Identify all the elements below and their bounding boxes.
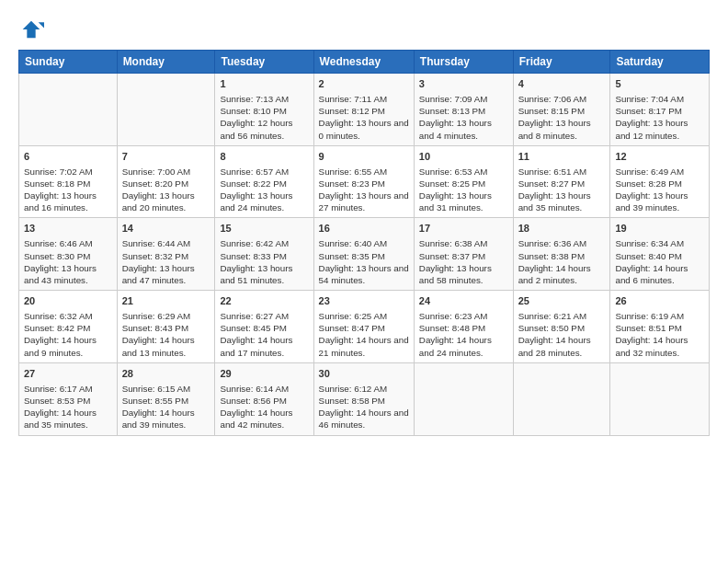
day-info: Sunrise: 6:14 AM Sunset: 8:56 PM Dayligh… xyxy=(220,383,308,431)
calendar-cell: 4Sunrise: 7:06 AM Sunset: 8:15 PM Daylig… xyxy=(513,74,610,146)
day-number: 8 xyxy=(220,150,308,164)
calendar-cell: 13Sunrise: 6:46 AM Sunset: 8:30 PM Dayli… xyxy=(19,218,118,291)
calendar-cell: 9Sunrise: 6:55 AM Sunset: 8:23 PM Daylig… xyxy=(313,145,414,218)
day-number: 16 xyxy=(319,222,409,236)
calendar-cell: 5Sunrise: 7:04 AM Sunset: 8:17 PM Daylig… xyxy=(610,74,710,146)
calendar-week-3: 13Sunrise: 6:46 AM Sunset: 8:30 PM Dayli… xyxy=(19,218,710,291)
calendar-cell xyxy=(513,362,610,435)
day-number: 17 xyxy=(419,222,508,236)
day-info: Sunrise: 6:46 AM Sunset: 8:30 PM Dayligh… xyxy=(24,237,112,286)
day-info: Sunrise: 6:51 AM Sunset: 8:27 PM Dayligh… xyxy=(518,166,606,214)
day-number: 18 xyxy=(518,222,606,236)
day-number: 7 xyxy=(122,150,210,164)
day-info: Sunrise: 6:42 AM Sunset: 8:33 PM Dayligh… xyxy=(220,237,308,286)
day-info: Sunrise: 6:53 AM Sunset: 8:25 PM Dayligh… xyxy=(419,166,508,214)
calendar-cell: 14Sunrise: 6:44 AM Sunset: 8:32 PM Dayli… xyxy=(117,218,215,291)
day-number: 30 xyxy=(319,367,409,381)
calendar-cell: 2Sunrise: 7:11 AM Sunset: 8:12 PM Daylig… xyxy=(313,74,414,146)
day-info: Sunrise: 6:12 AM Sunset: 8:58 PM Dayligh… xyxy=(319,383,409,431)
calendar-header-row: SundayMondayTuesdayWednesdayThursdayFrid… xyxy=(19,51,710,74)
day-number: 23 xyxy=(319,294,409,308)
calendar-cell: 18Sunrise: 6:36 AM Sunset: 8:38 PM Dayli… xyxy=(513,218,610,291)
day-number: 24 xyxy=(419,294,508,308)
day-header-tuesday: Tuesday xyxy=(215,51,313,74)
day-info: Sunrise: 6:44 AM Sunset: 8:32 PM Dayligh… xyxy=(122,237,210,286)
calendar-cell: 3Sunrise: 7:09 AM Sunset: 8:13 PM Daylig… xyxy=(414,74,513,146)
day-info: Sunrise: 7:13 AM Sunset: 8:10 PM Dayligh… xyxy=(220,93,308,142)
calendar-cell: 7Sunrise: 7:00 AM Sunset: 8:20 PM Daylig… xyxy=(117,145,215,218)
day-number: 13 xyxy=(24,222,112,236)
day-info: Sunrise: 6:49 AM Sunset: 8:28 PM Dayligh… xyxy=(615,166,704,214)
day-info: Sunrise: 7:04 AM Sunset: 8:17 PM Dayligh… xyxy=(615,93,704,142)
day-header-friday: Friday xyxy=(513,51,610,74)
calendar-week-1: 1Sunrise: 7:13 AM Sunset: 8:10 PM Daylig… xyxy=(19,74,710,146)
calendar-cell: 10Sunrise: 6:53 AM Sunset: 8:25 PM Dayli… xyxy=(414,145,513,218)
day-number: 4 xyxy=(518,77,606,91)
day-number: 22 xyxy=(220,294,308,308)
day-number: 19 xyxy=(615,222,704,236)
day-number: 25 xyxy=(518,294,606,308)
day-info: Sunrise: 6:32 AM Sunset: 8:42 PM Dayligh… xyxy=(24,310,112,359)
day-number: 10 xyxy=(419,150,508,164)
calendar-week-5: 27Sunrise: 6:17 AM Sunset: 8:53 PM Dayli… xyxy=(19,362,710,435)
calendar-week-4: 20Sunrise: 6:32 AM Sunset: 8:42 PM Dayli… xyxy=(19,291,710,363)
calendar-cell: 24Sunrise: 6:23 AM Sunset: 8:48 PM Dayli… xyxy=(414,291,513,363)
day-info: Sunrise: 6:25 AM Sunset: 8:47 PM Dayligh… xyxy=(319,310,409,359)
day-info: Sunrise: 7:06 AM Sunset: 8:15 PM Dayligh… xyxy=(518,93,606,142)
day-number: 1 xyxy=(220,77,308,91)
day-number: 21 xyxy=(122,294,210,308)
day-info: Sunrise: 6:27 AM Sunset: 8:45 PM Dayligh… xyxy=(220,310,308,359)
calendar-cell: 15Sunrise: 6:42 AM Sunset: 8:33 PM Dayli… xyxy=(215,218,313,291)
day-info: Sunrise: 6:34 AM Sunset: 8:40 PM Dayligh… xyxy=(615,237,704,286)
calendar-week-2: 6Sunrise: 7:02 AM Sunset: 8:18 PM Daylig… xyxy=(19,145,710,218)
day-number: 2 xyxy=(319,77,409,91)
day-number: 5 xyxy=(615,77,704,91)
calendar-cell: 11Sunrise: 6:51 AM Sunset: 8:27 PM Dayli… xyxy=(513,145,610,218)
logo xyxy=(18,17,48,42)
calendar-cell: 23Sunrise: 6:25 AM Sunset: 8:47 PM Dayli… xyxy=(313,291,414,363)
day-number: 26 xyxy=(615,294,704,308)
day-header-thursday: Thursday xyxy=(414,51,513,74)
day-header-monday: Monday xyxy=(117,51,215,74)
day-number: 11 xyxy=(518,150,606,164)
day-info: Sunrise: 6:55 AM Sunset: 8:23 PM Dayligh… xyxy=(319,166,409,214)
day-info: Sunrise: 6:19 AM Sunset: 8:51 PM Dayligh… xyxy=(615,310,704,359)
day-number: 15 xyxy=(220,222,308,236)
day-info: Sunrise: 6:15 AM Sunset: 8:55 PM Dayligh… xyxy=(122,383,210,431)
day-header-sunday: Sunday xyxy=(19,51,118,74)
day-info: Sunrise: 7:02 AM Sunset: 8:18 PM Dayligh… xyxy=(24,166,112,214)
calendar-cell: 26Sunrise: 6:19 AM Sunset: 8:51 PM Dayli… xyxy=(610,291,710,363)
calendar: SundayMondayTuesdayWednesdayThursdayFrid… xyxy=(18,50,710,436)
logo-icon xyxy=(18,17,44,42)
calendar-cell xyxy=(414,362,513,435)
header xyxy=(18,17,710,42)
day-info: Sunrise: 6:57 AM Sunset: 8:22 PM Dayligh… xyxy=(220,166,308,214)
day-number: 14 xyxy=(122,222,210,236)
day-number: 12 xyxy=(615,150,704,164)
calendar-cell: 6Sunrise: 7:02 AM Sunset: 8:18 PM Daylig… xyxy=(19,145,118,218)
calendar-cell: 20Sunrise: 6:32 AM Sunset: 8:42 PM Dayli… xyxy=(19,291,118,363)
calendar-cell: 12Sunrise: 6:49 AM Sunset: 8:28 PM Dayli… xyxy=(610,145,710,218)
day-info: Sunrise: 6:17 AM Sunset: 8:53 PM Dayligh… xyxy=(24,383,112,431)
day-info: Sunrise: 6:21 AM Sunset: 8:50 PM Dayligh… xyxy=(518,310,606,359)
day-number: 29 xyxy=(220,367,308,381)
calendar-cell xyxy=(117,74,215,146)
day-header-wednesday: Wednesday xyxy=(313,51,414,74)
day-number: 20 xyxy=(24,294,112,308)
calendar-cell: 30Sunrise: 6:12 AM Sunset: 8:58 PM Dayli… xyxy=(313,362,414,435)
day-number: 27 xyxy=(24,367,112,381)
day-info: Sunrise: 7:11 AM Sunset: 8:12 PM Dayligh… xyxy=(319,93,409,142)
day-info: Sunrise: 6:40 AM Sunset: 8:35 PM Dayligh… xyxy=(319,237,409,286)
calendar-cell: 21Sunrise: 6:29 AM Sunset: 8:43 PM Dayli… xyxy=(117,291,215,363)
day-info: Sunrise: 6:38 AM Sunset: 8:37 PM Dayligh… xyxy=(419,237,508,286)
day-info: Sunrise: 6:36 AM Sunset: 8:38 PM Dayligh… xyxy=(518,237,606,286)
day-info: Sunrise: 6:23 AM Sunset: 8:48 PM Dayligh… xyxy=(419,310,508,359)
calendar-cell: 22Sunrise: 6:27 AM Sunset: 8:45 PM Dayli… xyxy=(215,291,313,363)
calendar-cell: 29Sunrise: 6:14 AM Sunset: 8:56 PM Dayli… xyxy=(215,362,313,435)
day-number: 9 xyxy=(319,150,409,164)
day-number: 28 xyxy=(122,367,210,381)
calendar-cell: 27Sunrise: 6:17 AM Sunset: 8:53 PM Dayli… xyxy=(19,362,118,435)
day-header-saturday: Saturday xyxy=(610,51,710,74)
day-number: 3 xyxy=(419,77,508,91)
calendar-cell: 16Sunrise: 6:40 AM Sunset: 8:35 PM Dayli… xyxy=(313,218,414,291)
